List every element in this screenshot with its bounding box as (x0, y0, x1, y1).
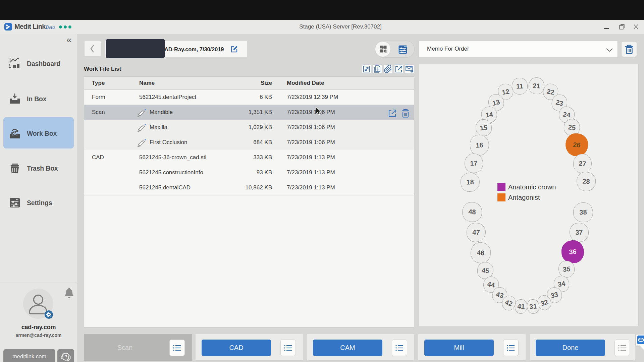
svg-text:?: ? (64, 354, 67, 359)
